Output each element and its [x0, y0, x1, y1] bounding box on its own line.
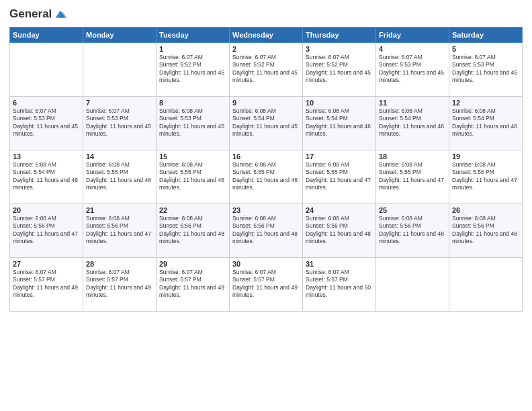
day-info: Sunrise: 6:07 AM Sunset: 5:53 PM Dayligh… [13, 107, 80, 138]
calendar-cell: 9Sunrise: 6:08 AM Sunset: 5:54 PM Daylig… [230, 97, 303, 150]
day-info: Sunrise: 6:08 AM Sunset: 5:56 PM Dayligh… [379, 215, 446, 246]
day-number: 12 [452, 99, 519, 107]
day-number: 29 [159, 260, 226, 268]
day-info: Sunrise: 6:08 AM Sunset: 5:53 PM Dayligh… [159, 107, 226, 138]
day-number: 6 [13, 99, 80, 107]
day-number: 15 [159, 152, 226, 161]
day-info: Sunrise: 6:08 AM Sunset: 5:54 PM Dayligh… [452, 107, 519, 138]
day-number: 19 [452, 152, 519, 161]
day-number: 31 [306, 260, 373, 268]
day-number: 2 [232, 45, 300, 53]
logo: General [9, 7, 68, 21]
calendar-cell: 8Sunrise: 6:08 AM Sunset: 5:53 PM Daylig… [157, 97, 230, 150]
calendar-cell: 29Sunrise: 6:07 AM Sunset: 5:57 PM Dayli… [157, 258, 230, 312]
logo-general: General [9, 7, 52, 21]
day-number: 16 [232, 152, 300, 161]
day-number: 8 [159, 99, 226, 107]
calendar-cell: 22Sunrise: 6:08 AM Sunset: 5:56 PM Dayli… [157, 204, 230, 258]
col-header-sunday: Sunday [10, 28, 83, 43]
calendar-cell: 19Sunrise: 6:08 AM Sunset: 5:56 PM Dayli… [449, 150, 523, 204]
day-info: Sunrise: 6:08 AM Sunset: 5:54 PM Dayligh… [232, 107, 300, 138]
calendar-table: SundayMondayTuesdayWednesdayThursdayFrid… [9, 27, 523, 312]
day-info: Sunrise: 6:08 AM Sunset: 5:55 PM Dayligh… [379, 161, 446, 192]
day-info: Sunrise: 6:08 AM Sunset: 5:55 PM Dayligh… [232, 161, 300, 192]
calendar-cell: 30Sunrise: 6:07 AM Sunset: 5:57 PM Dayli… [230, 258, 303, 312]
day-info: Sunrise: 6:07 AM Sunset: 5:52 PM Dayligh… [232, 54, 300, 85]
calendar-cell: 12Sunrise: 6:08 AM Sunset: 5:54 PM Dayli… [449, 97, 523, 150]
calendar-cell: 31Sunrise: 6:07 AM Sunset: 5:57 PM Dayli… [303, 258, 376, 312]
calendar-cell: 1Sunrise: 6:07 AM Sunset: 5:52 PM Daylig… [157, 43, 230, 97]
day-info: Sunrise: 6:07 AM Sunset: 5:57 PM Dayligh… [159, 269, 226, 300]
day-number: 24 [306, 206, 373, 214]
logo-text: General [9, 7, 68, 21]
day-info: Sunrise: 6:07 AM Sunset: 5:52 PM Dayligh… [159, 54, 226, 85]
calendar-cell: 24Sunrise: 6:08 AM Sunset: 5:56 PM Dayli… [303, 204, 376, 258]
day-info: Sunrise: 6:08 AM Sunset: 5:56 PM Dayligh… [13, 215, 80, 246]
day-number: 11 [379, 99, 446, 107]
week-row-2: 6Sunrise: 6:07 AM Sunset: 5:53 PM Daylig… [10, 97, 523, 150]
header-row: SundayMondayTuesdayWednesdayThursdayFrid… [10, 28, 523, 43]
calendar-cell [376, 258, 449, 312]
calendar-cell: 18Sunrise: 6:08 AM Sunset: 5:55 PM Dayli… [376, 150, 449, 204]
calendar-cell: 26Sunrise: 6:08 AM Sunset: 5:56 PM Dayli… [449, 204, 523, 258]
day-number: 18 [379, 152, 446, 161]
calendar-cell [449, 258, 523, 312]
logo-icon [53, 7, 68, 21]
calendar-cell: 4Sunrise: 6:07 AM Sunset: 5:53 PM Daylig… [376, 43, 449, 97]
day-info: Sunrise: 6:07 AM Sunset: 5:57 PM Dayligh… [232, 269, 300, 300]
day-number: 10 [306, 99, 373, 107]
calendar-cell [10, 43, 83, 97]
calendar-cell: 15Sunrise: 6:08 AM Sunset: 5:55 PM Dayli… [157, 150, 230, 204]
calendar-cell: 17Sunrise: 6:08 AM Sunset: 5:55 PM Dayli… [303, 150, 376, 204]
day-number: 3 [306, 45, 373, 53]
day-info: Sunrise: 6:07 AM Sunset: 5:53 PM Dayligh… [86, 107, 153, 138]
day-info: Sunrise: 6:08 AM Sunset: 5:56 PM Dayligh… [159, 215, 226, 246]
col-header-monday: Monday [83, 28, 157, 43]
day-info: Sunrise: 6:07 AM Sunset: 5:53 PM Dayligh… [452, 54, 519, 85]
day-number: 4 [379, 45, 446, 53]
page-header: General [9, 7, 523, 21]
calendar-cell: 7Sunrise: 6:07 AM Sunset: 5:53 PM Daylig… [83, 97, 157, 150]
day-info: Sunrise: 6:08 AM Sunset: 5:54 PM Dayligh… [306, 107, 373, 138]
calendar-cell: 5Sunrise: 6:07 AM Sunset: 5:53 PM Daylig… [449, 43, 523, 97]
day-number: 22 [159, 206, 226, 214]
calendar-cell: 11Sunrise: 6:08 AM Sunset: 5:54 PM Dayli… [376, 97, 449, 150]
day-info: Sunrise: 6:07 AM Sunset: 5:57 PM Dayligh… [13, 269, 80, 300]
day-info: Sunrise: 6:08 AM Sunset: 5:56 PM Dayligh… [86, 215, 153, 246]
day-number: 25 [379, 206, 446, 214]
col-header-friday: Friday [376, 28, 449, 43]
day-info: Sunrise: 6:07 AM Sunset: 5:57 PM Dayligh… [86, 269, 153, 300]
calendar-cell: 25Sunrise: 6:08 AM Sunset: 5:56 PM Dayli… [376, 204, 449, 258]
week-row-5: 27Sunrise: 6:07 AM Sunset: 5:57 PM Dayli… [10, 258, 523, 312]
day-info: Sunrise: 6:08 AM Sunset: 5:55 PM Dayligh… [86, 161, 153, 192]
calendar-cell: 16Sunrise: 6:08 AM Sunset: 5:55 PM Dayli… [230, 150, 303, 204]
calendar-cell: 10Sunrise: 6:08 AM Sunset: 5:54 PM Dayli… [303, 97, 376, 150]
day-info: Sunrise: 6:07 AM Sunset: 5:57 PM Dayligh… [306, 269, 373, 300]
col-header-wednesday: Wednesday [230, 28, 303, 43]
day-number: 23 [232, 206, 300, 214]
calendar-cell: 13Sunrise: 6:08 AM Sunset: 5:54 PM Dayli… [10, 150, 83, 204]
calendar-cell: 21Sunrise: 6:08 AM Sunset: 5:56 PM Dayli… [83, 204, 157, 258]
day-info: Sunrise: 6:07 AM Sunset: 5:52 PM Dayligh… [306, 54, 373, 85]
calendar-cell: 20Sunrise: 6:08 AM Sunset: 5:56 PM Dayli… [10, 204, 83, 258]
day-info: Sunrise: 6:08 AM Sunset: 5:55 PM Dayligh… [159, 161, 226, 192]
day-info: Sunrise: 6:08 AM Sunset: 5:54 PM Dayligh… [379, 107, 446, 138]
day-number: 9 [232, 99, 300, 107]
calendar-cell [83, 43, 157, 97]
calendar-cell: 28Sunrise: 6:07 AM Sunset: 5:57 PM Dayli… [83, 258, 157, 312]
col-header-thursday: Thursday [303, 28, 376, 43]
day-info: Sunrise: 6:08 AM Sunset: 5:56 PM Dayligh… [232, 215, 300, 246]
day-info: Sunrise: 6:07 AM Sunset: 5:53 PM Dayligh… [379, 54, 446, 85]
day-number: 14 [86, 152, 153, 161]
col-header-tuesday: Tuesday [157, 28, 230, 43]
day-number: 28 [86, 260, 153, 268]
calendar-cell: 14Sunrise: 6:08 AM Sunset: 5:55 PM Dayli… [83, 150, 157, 204]
day-number: 30 [232, 260, 300, 268]
day-number: 7 [86, 99, 153, 107]
day-number: 13 [13, 152, 80, 161]
day-info: Sunrise: 6:08 AM Sunset: 5:55 PM Dayligh… [306, 161, 373, 192]
calendar-cell: 6Sunrise: 6:07 AM Sunset: 5:53 PM Daylig… [10, 97, 83, 150]
day-info: Sunrise: 6:08 AM Sunset: 5:56 PM Dayligh… [452, 215, 519, 246]
day-number: 26 [452, 206, 519, 214]
calendar-cell: 3Sunrise: 6:07 AM Sunset: 5:52 PM Daylig… [303, 43, 376, 97]
